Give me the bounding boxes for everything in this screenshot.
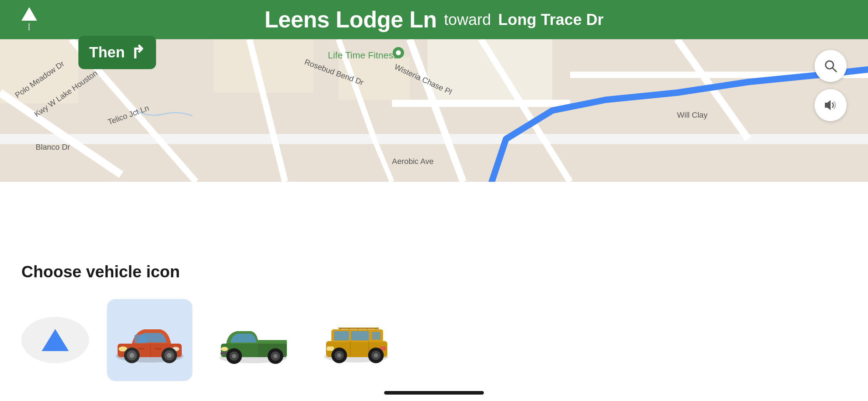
svg-point-47 — [273, 354, 278, 358]
road-label-will-clay: Will Clay — [677, 110, 708, 120]
nav-street-info: Leens Lodge Ln toward Long Trace Dr — [14, 6, 854, 33]
then-label: Then — [89, 44, 125, 61]
poi-label-lifetime: Life Time Fitness — [328, 50, 398, 61]
svg-rect-60 — [327, 346, 334, 351]
vehicle-option-arrow[interactable] — [21, 317, 89, 363]
vehicle-option-red-car[interactable] — [107, 299, 192, 381]
search-button[interactable] — [815, 50, 847, 82]
svg-rect-57 — [334, 331, 349, 340]
street-name: Leens Lodge Ln — [264, 6, 437, 33]
svg-point-29 — [129, 353, 134, 358]
red-car-icon — [112, 310, 187, 370]
svg-point-18 — [396, 50, 401, 55]
svg-line-20 — [832, 68, 836, 72]
vehicle-options — [21, 299, 847, 381]
svg-point-66 — [337, 353, 341, 358]
yellow-suv-icon — [319, 310, 394, 370]
sound-icon — [823, 97, 838, 113]
svg-point-40 — [221, 347, 228, 351]
svg-rect-34 — [138, 348, 144, 350]
svg-rect-24 — [134, 335, 147, 343]
up-arrow-icon — [21, 7, 37, 21]
svg-point-44 — [232, 354, 236, 358]
road-label-aerobic: Aerobic Ave — [392, 157, 434, 166]
nav-arrow-triangle-icon — [42, 329, 69, 351]
road-label-blanco: Blanco Dr — [36, 143, 70, 152]
toward-label: toward — [444, 11, 491, 29]
turn-left-icon: ↰ — [130, 42, 145, 63]
svg-rect-59 — [372, 332, 381, 340]
vehicle-option-green-truck[interactable] — [210, 299, 296, 381]
home-indicator — [384, 391, 484, 395]
svg-rect-35 — [155, 348, 161, 350]
svg-point-32 — [167, 353, 172, 358]
svg-marker-21 — [825, 100, 831, 110]
search-icon — [823, 59, 838, 73]
green-truck-icon — [216, 310, 290, 370]
svg-point-69 — [374, 353, 378, 358]
toward-street: Long Trace Dr — [498, 11, 604, 29]
vehicle-option-yellow-suv[interactable] — [314, 299, 399, 381]
panel-title: Choose vehicle icon — [21, 262, 847, 281]
then-turn-box: Then ↰ — [78, 36, 156, 69]
bottom-panel: Choose vehicle icon — [0, 244, 868, 401]
nav-direction-arrow: ⁞ — [21, 7, 37, 32]
svg-rect-58 — [351, 331, 369, 340]
arrow-dots: ⁞ — [27, 22, 31, 32]
poi-pin-lifetime — [392, 46, 405, 62]
sound-button[interactable] — [815, 89, 847, 121]
nav-header: ⁞ Leens Lodge Ln toward Long Trace Dr — [0, 0, 868, 39]
